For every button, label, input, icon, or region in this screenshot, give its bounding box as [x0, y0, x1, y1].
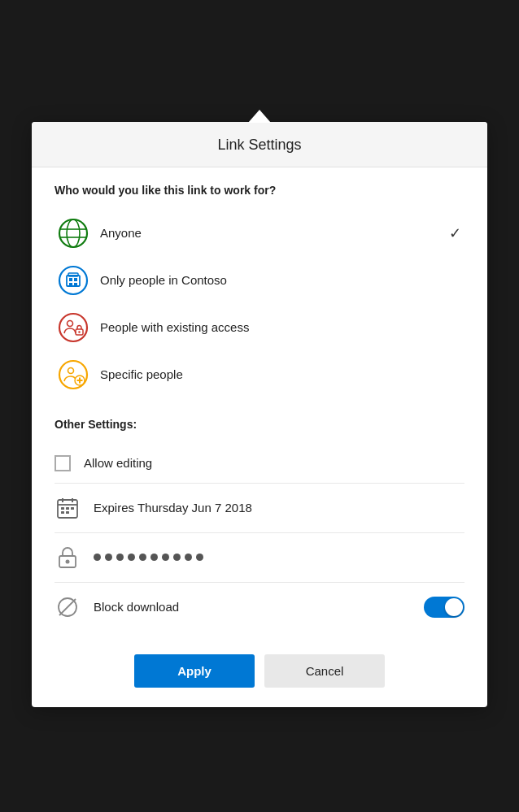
- password-dot: [94, 554, 101, 561]
- dialog-arrow: [248, 110, 271, 123]
- allow-editing-checkbox[interactable]: [55, 455, 71, 471]
- svg-rect-28: [66, 511, 69, 514]
- option-contoso[interactable]: Only people in Contoso: [55, 257, 464, 304]
- group-add-icon: [58, 359, 89, 390]
- svg-rect-24: [61, 507, 64, 510]
- option-existing-label: People with existing access: [100, 320, 461, 334]
- password-dot: [116, 554, 124, 561]
- option-specific-label: Specific people: [100, 367, 461, 381]
- svg-rect-9: [74, 278, 77, 281]
- password-dot: [185, 554, 192, 561]
- svg-line-32: [59, 599, 76, 615]
- globe-icon: [58, 218, 89, 249]
- svg-point-1: [67, 219, 80, 247]
- option-anyone-label: Anyone: [100, 226, 449, 240]
- other-settings-list: Allow editing: [55, 444, 464, 632]
- option-contoso-label: Only people in Contoso: [100, 273, 461, 287]
- option-anyone-check: ✓: [449, 224, 461, 242]
- svg-rect-7: [74, 283, 77, 286]
- option-anyone[interactable]: Anyone ✓: [55, 210, 464, 257]
- dialog-wrapper: Link Settings Who would you like this li…: [32, 122, 487, 707]
- no-download-icon: [55, 594, 81, 620]
- svg-rect-25: [66, 507, 69, 510]
- lock-icon: [55, 545, 81, 571]
- allow-editing-label: Allow editing: [84, 456, 464, 470]
- group-lock-icon: [58, 312, 89, 343]
- svg-rect-27: [61, 511, 64, 514]
- apply-button[interactable]: Apply: [134, 654, 255, 688]
- password-dot: [139, 554, 146, 561]
- password-dot: [105, 554, 112, 561]
- svg-rect-8: [69, 278, 72, 281]
- password-dot: [173, 554, 181, 561]
- password-field[interactable]: [94, 554, 203, 561]
- svg-rect-6: [69, 283, 72, 286]
- other-settings-label: Other Settings:: [55, 418, 464, 431]
- block-download-toggle[interactable]: [424, 597, 464, 618]
- link-settings-dialog: Link Settings Who would you like this li…: [32, 122, 487, 707]
- cancel-button[interactable]: Cancel: [264, 654, 385, 688]
- building-icon: [58, 265, 89, 296]
- setting-password[interactable]: [55, 533, 464, 583]
- dialog-title: Link Settings: [51, 137, 468, 154]
- setting-expires[interactable]: Expires Thursday Jun 7 2018: [55, 484, 464, 533]
- svg-point-16: [68, 367, 74, 373]
- password-dot: [196, 554, 203, 561]
- toggle-knob: [445, 598, 463, 616]
- svg-point-11: [59, 314, 87, 341]
- svg-rect-10: [68, 273, 78, 276]
- password-dot: [162, 554, 169, 561]
- option-specific[interactable]: Specific people: [55, 351, 464, 398]
- svg-rect-5: [67, 276, 80, 286]
- svg-point-4: [59, 267, 87, 294]
- svg-point-12: [68, 320, 73, 326]
- section-question: Who would you like this link to work for…: [55, 184, 464, 197]
- svg-point-14: [78, 331, 80, 332]
- calendar-icon: [55, 495, 81, 521]
- svg-point-0: [59, 219, 87, 247]
- svg-rect-26: [71, 507, 74, 510]
- password-dot: [128, 554, 135, 561]
- dialog-body: Who would you like this link to work for…: [32, 167, 487, 632]
- setting-allow-editing[interactable]: Allow editing: [55, 444, 464, 484]
- link-options-list: Anyone ✓: [55, 210, 464, 398]
- expires-label: Expires Thursday Jun 7 2018: [94, 501, 464, 515]
- setting-block-download[interactable]: Block download: [55, 583, 464, 632]
- svg-point-30: [66, 559, 70, 563]
- dialog-footer: Apply Cancel: [32, 638, 487, 707]
- block-download-label: Block download: [94, 600, 424, 614]
- option-existing[interactable]: People with existing access: [55, 304, 464, 351]
- password-dot: [150, 554, 158, 561]
- dialog-header: Link Settings: [32, 122, 487, 167]
